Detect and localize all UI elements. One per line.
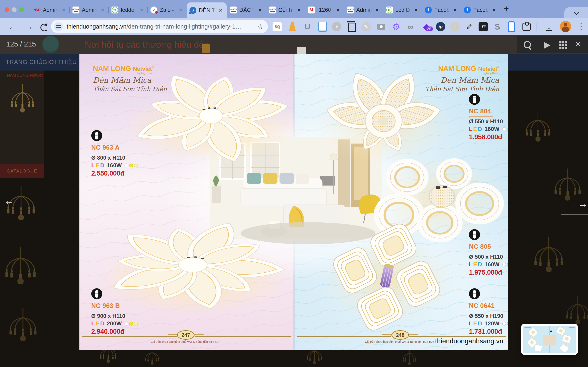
nasani-favicon-icon: NASANI <box>72 7 79 13</box>
back-button[interactable]: ← <box>8 21 17 32</box>
url-domain: thienduonganhsang.vn <box>67 23 126 30</box>
tab-close-icon[interactable]: × <box>491 7 497 13</box>
site-settings-icon[interactable] <box>54 22 63 31</box>
tab-admin-1[interactable]: NND Admin × <box>31 2 69 18</box>
divider <box>469 311 493 311</box>
camera-extension-icon[interactable] <box>376 21 387 32</box>
phone-extension-icon[interactable] <box>506 21 517 32</box>
chandelier-silhouette <box>392 348 427 367</box>
extensions-puzzle-icon[interactable] <box>521 21 532 32</box>
tab-dac-t[interactable]: NASANI ĐẶC T × <box>227 2 266 18</box>
tab-den-active[interactable]: ⚡ ĐÈN T × <box>187 2 227 18</box>
vpn-extension-icon[interactable]: ◆26 <box>421 21 432 32</box>
product-led-row: LED 120W <box>469 320 508 327</box>
profile-avatar[interactable] <box>560 21 571 32</box>
divider <box>91 153 115 153</box>
reload-button[interactable] <box>40 24 48 31</box>
tab-close-icon[interactable]: × <box>296 7 302 13</box>
u-extension-icon[interactable]: U <box>302 21 313 32</box>
gallery-image[interactable]: NAM LONG Netviet® lighting Decor Đèn Mâm… <box>79 54 508 350</box>
tab-facebook-2[interactable]: f Faceb × <box>461 2 500 18</box>
tab-gmail[interactable]: M [1260 × <box>305 2 344 18</box>
screen: NND Admin × NASANI Admin × TL leddo × Z … <box>0 0 588 367</box>
tab-title: ĐÈN T <box>199 7 216 14</box>
product-price: 1.731.000đ <box>469 328 508 335</box>
zoom-search-icon[interactable] <box>524 41 531 48</box>
zoom-window-button[interactable] <box>19 7 24 12</box>
tab-zalo[interactable]: Z Zalo - × <box>148 2 186 18</box>
catalog-card-dimmed: NAM LONG Netviet CATALOGUE <box>0 71 44 178</box>
chandelier-silhouette <box>531 235 567 279</box>
lamp-extension-icon[interactable] <box>287 21 298 32</box>
chandelier-silhouette <box>8 83 37 117</box>
pen-extension-icon[interactable]: ✎ <box>361 21 372 32</box>
new-tab-button[interactable]: + <box>504 4 509 13</box>
tab-title: Faceb <box>434 7 450 13</box>
forward-button[interactable]: → <box>24 21 34 32</box>
bean-extension-icon[interactable] <box>449 21 460 32</box>
product-code: NC 805 <box>469 243 508 250</box>
tab-gui-h[interactable]: NASANI Gửi h × <box>266 2 305 18</box>
tab-led-d[interactable]: TL Led Đ × <box>383 2 422 18</box>
product-led-row: LED 160W <box>91 162 155 169</box>
product-nc0641: NC 0641 Ø 550 x H190 LED 120W 1.731.000đ <box>469 288 508 335</box>
minimize-window-button[interactable] <box>12 7 17 12</box>
tab-facebook-1[interactable]: f Faceb × <box>422 2 461 18</box>
color-temperature-dots <box>502 263 508 267</box>
tab-close-icon[interactable]: × <box>335 7 341 13</box>
prev-image-arrow[interactable]: ← <box>4 196 14 206</box>
product-nc963a: NC 963 A Ø 800 x H110 LED 160W 2.550.000… <box>91 130 155 177</box>
remote-control-icon <box>91 288 102 299</box>
bookmark-star-icon[interactable]: ☆ <box>257 22 263 31</box>
trash-extension-icon[interactable] <box>346 21 357 32</box>
sq-extension-icon[interactable]: SQ <box>272 21 283 32</box>
thumbnails-grid-icon[interactable] <box>559 42 562 43</box>
tab-close-icon[interactable]: × <box>177 7 183 13</box>
tab-title: Admin <box>356 7 372 13</box>
slideshow-play-icon[interactable]: ▶ <box>544 41 551 49</box>
links-extension-icon[interactable]: ∞ <box>405 21 416 32</box>
catalog-subtitle-1: Đèn Mâm Mica <box>414 76 499 85</box>
gallery-counter: 125 / 215 <box>6 40 36 48</box>
nasani-favicon-icon: NASANI <box>269 7 276 13</box>
product-size: Ø 550 x H110 <box>469 118 508 125</box>
copyfish-extension-icon[interactable] <box>317 21 328 32</box>
ip-extension-icon[interactable]: ip <box>435 21 446 32</box>
footnote-left: Giá trên chưa bao gồm thuế VAT & Bóng đè… <box>138 340 232 343</box>
next-image-arrow[interactable]: → <box>578 199 588 209</box>
s-extension-icon[interactable]: S <box>492 21 503 32</box>
address-bar[interactable]: thienduonganhsang.vn/den-trang-tri-nam-l… <box>51 20 268 33</box>
downloads-button[interactable]: ↓ <box>544 21 554 32</box>
tab-close-icon[interactable]: × <box>218 7 224 14</box>
fonts-extension-icon[interactable]: f? <box>478 21 489 32</box>
dropper-extension-icon[interactable]: ✎ <box>463 21 475 32</box>
gear-extension-icon[interactable]: ⚙ <box>391 21 402 32</box>
tab-close-icon[interactable]: × <box>61 7 67 13</box>
product-price: 2.940.000đ <box>91 328 155 335</box>
tab-close-icon[interactable]: × <box>257 7 263 13</box>
browser-menu-icon[interactable]: ⋮ <box>577 22 585 31</box>
product-nc805: NC 805 Ø 500 x H110 LED 160W 1.975.000đ <box>469 229 508 276</box>
tab-close-icon[interactable]: × <box>138 7 145 13</box>
next-image-focus-box[interactable]: → <box>561 191 588 215</box>
nasani-favicon-icon: NASANI <box>230 7 237 13</box>
site-favicon-icon: ⚡ <box>190 7 196 14</box>
tab-admin-2[interactable]: NASANI Admin × <box>70 2 108 18</box>
tab-close-icon[interactable]: × <box>452 7 458 13</box>
watermark-text: thienduonganhsang.vn <box>426 337 503 345</box>
url-text[interactable]: thienduonganhsang.vn/den-trang-tri-nam-l… <box>67 23 256 30</box>
chevron-down-icon <box>573 9 579 15</box>
flash-extension-icon[interactable]: ⚡ <box>331 21 342 32</box>
tab-admin-3[interactable]: NASANI Admin × <box>344 2 383 18</box>
tab-close-icon[interactable]: × <box>99 7 105 13</box>
product-code: NC 804 <box>469 108 508 115</box>
tab-close-icon[interactable]: × <box>413 7 419 13</box>
product-led-row: LED 160W <box>469 126 508 132</box>
close-window-button[interactable] <box>4 7 9 12</box>
gallery-thumbnail-preview[interactable] <box>521 324 578 355</box>
tab-leddo[interactable]: TL leddo × <box>109 2 147 18</box>
gallery-close-icon[interactable]: × <box>575 38 581 50</box>
tab-close-icon[interactable]: × <box>374 7 380 13</box>
catalog-subtitle-2: Thân Sắt Sơn Tĩnh Điện <box>93 85 179 92</box>
tab-search-button[interactable] <box>564 7 588 18</box>
